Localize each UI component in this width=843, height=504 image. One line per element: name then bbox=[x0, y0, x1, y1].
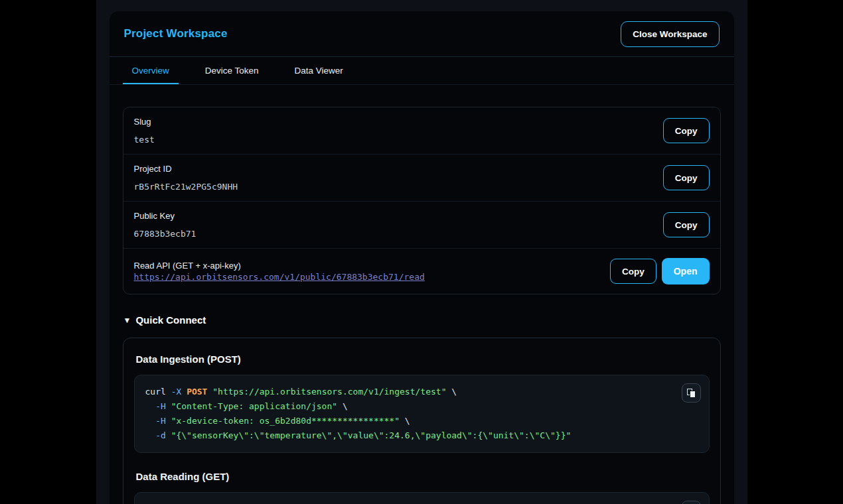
app-viewport: Project Workspace Close Workspace Overvi… bbox=[96, 0, 747, 504]
table-row: SlugtestCopy bbox=[123, 107, 720, 155]
quick-connect-card: Data Ingestion (POST)curl -X POST "https… bbox=[123, 338, 721, 504]
chevron-down-icon: ▼ bbox=[123, 316, 131, 325]
code-token: -X bbox=[171, 387, 187, 397]
table-row: Public Key67883b3ecb71Copy bbox=[123, 202, 720, 249]
code-token: "x-device-token: os_6b2d80d*************… bbox=[171, 416, 400, 426]
table-row: Project IDrB5rRtFc21w2PG5c9NHHCopy bbox=[123, 155, 720, 202]
quick-connect-title: Quick Connect bbox=[135, 314, 206, 326]
code-token: curl bbox=[145, 387, 171, 397]
code-token bbox=[145, 401, 156, 411]
project-info-card: SlugtestCopyProject IDrB5rRtFc21w2PG5c9N… bbox=[123, 107, 721, 294]
code-token: \ bbox=[400, 416, 410, 426]
copy-button[interactable]: Copy bbox=[610, 259, 656, 284]
info-row-text: Slugtest bbox=[134, 117, 155, 145]
copy-button[interactable]: Copy bbox=[663, 212, 710, 237]
code-block-title: Data Ingestion (POST) bbox=[136, 353, 710, 365]
info-value: rB5rRtFc21w2PG5c9NHH bbox=[134, 182, 238, 192]
copy-button[interactable]: Copy bbox=[663, 118, 710, 143]
row-actions: CopyOpen bbox=[610, 258, 710, 284]
code-token: -d bbox=[155, 430, 171, 440]
copy-code-button[interactable] bbox=[682, 383, 701, 403]
row-actions: Copy bbox=[663, 212, 710, 237]
code-token: -H bbox=[155, 416, 171, 426]
tab-data-viewer[interactable]: Data Viewer bbox=[285, 57, 352, 84]
code-token: \ bbox=[337, 401, 348, 411]
info-label: Project ID bbox=[134, 164, 238, 174]
code-token bbox=[145, 416, 156, 426]
code-token bbox=[145, 430, 156, 440]
panel-header: Project Workspace Close Workspace bbox=[110, 11, 734, 57]
code-token: "https://api.orbitsensors.com/v1/ingest/… bbox=[212, 387, 446, 397]
info-label: Slug bbox=[134, 117, 155, 127]
copy-code-button[interactable] bbox=[682, 501, 701, 504]
row-actions: Copy bbox=[663, 118, 710, 143]
quick-connect-toggle[interactable]: ▼ Quick Connect bbox=[123, 314, 721, 326]
code-token: -H bbox=[155, 401, 171, 411]
info-label: Read API (GET + x-api-key) bbox=[134, 261, 425, 271]
copy-button[interactable]: Copy bbox=[663, 165, 710, 190]
info-row-text: Project IDrB5rRtFc21w2PG5c9NHH bbox=[134, 164, 238, 192]
code-token: "{\"sensorKey\":\"temperature\",\"value\… bbox=[171, 430, 572, 440]
code-text: curl -X POST "https://api.orbitsensors.c… bbox=[145, 385, 698, 443]
page-title: Project Workspace bbox=[124, 27, 228, 40]
code-token: \ bbox=[446, 387, 457, 397]
code-block: curl -X POST "https://api.orbitsensors.c… bbox=[134, 375, 710, 453]
tab-bar: OverviewDevice TokenData Viewer bbox=[110, 57, 734, 85]
code-token: "Content-Type: application/json" bbox=[171, 401, 337, 411]
open-button[interactable]: Open bbox=[662, 258, 710, 284]
tab-overview[interactable]: Overview bbox=[123, 57, 179, 84]
close-workspace-button[interactable]: Close Workspace bbox=[621, 21, 719, 47]
info-value: 67883b3ecb71 bbox=[134, 229, 196, 239]
info-value: test bbox=[134, 135, 155, 145]
copy-icon bbox=[687, 389, 696, 398]
row-actions: Copy bbox=[663, 165, 710, 190]
table-row: Read API (GET + x-api-key)https://api.or… bbox=[123, 249, 720, 294]
info-row-text: Read API (GET + x-api-key)https://api.or… bbox=[134, 261, 425, 283]
project-workspace-panel: Project Workspace Close Workspace Overvi… bbox=[110, 11, 734, 504]
info-label: Public Key bbox=[134, 211, 196, 221]
overview-content: SlugtestCopyProject IDrB5rRtFc21w2PG5c9N… bbox=[110, 85, 734, 504]
code-block: curl -X GET "https://api.orbitsensors.co… bbox=[134, 492, 710, 504]
tab-device-token[interactable]: Device Token bbox=[196, 57, 268, 84]
code-block-title: Data Reading (GET) bbox=[136, 471, 710, 482]
read-api-link[interactable]: https://api.orbitsensors.com/v1/public/6… bbox=[134, 272, 425, 282]
code-token: POST bbox=[187, 387, 212, 397]
info-row-text: Public Key67883b3ecb71 bbox=[134, 211, 196, 239]
